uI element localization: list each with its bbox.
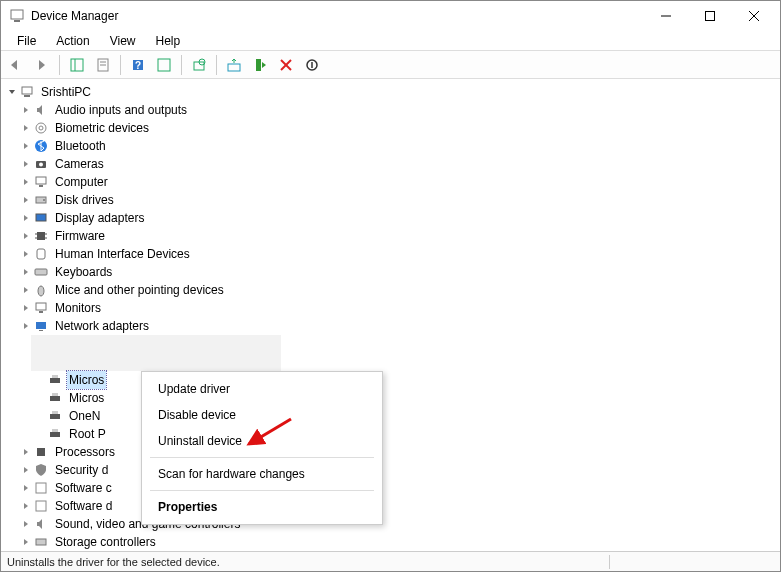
tree-node-label: Human Interface Devices [53,245,192,263]
svg-rect-44 [39,330,43,331]
chevron-right-icon[interactable] [19,103,33,117]
menu-file[interactable]: File [7,32,46,50]
display-adapter-icon [33,210,49,226]
chevron-right-icon[interactable] [19,535,33,549]
show-hide-tree-button[interactable] [66,54,88,76]
toolbar-separator [216,55,217,75]
tree-node[interactable]: Display adapters [5,209,776,227]
tree-node[interactable]: Bluetooth [5,137,776,155]
tree-node[interactable]: Mice and other pointing devices [5,281,776,299]
tree-leaf[interactable]: OneN [5,407,776,425]
chevron-right-icon[interactable] [19,517,33,531]
tree-node[interactable]: Cameras [5,155,776,173]
tree-node[interactable]: Firmware [5,227,776,245]
chevron-right-icon[interactable] [19,283,33,297]
chevron-right-icon[interactable] [19,445,33,459]
chevron-down-icon[interactable] [5,85,19,99]
help-button[interactable]: ? [127,54,149,76]
tree-node-label: Cameras [53,155,106,173]
tree-node[interactable]: Human Interface Devices [5,245,776,263]
tree-leaf[interactable]: Micros [5,389,776,407]
context-separator [150,457,374,458]
chevron-right-icon[interactable] [19,301,33,315]
chevron-right-icon[interactable] [19,463,33,477]
computer-icon [19,84,35,100]
action-button[interactable] [153,54,175,76]
chevron-right-icon[interactable] [19,319,33,333]
titlebar: Device Manager [1,1,780,31]
tree-node[interactable]: Biometric devices [5,119,776,137]
properties-button[interactable] [92,54,114,76]
chevron-right-icon[interactable] [19,139,33,153]
enable-device-button[interactable] [249,54,271,76]
menu-action[interactable]: Action [46,32,99,50]
tree-leaf[interactable]: Root P [5,425,776,443]
tree-node-label: Audio inputs and outputs [53,101,189,119]
tree-node[interactable]: Processors [5,443,776,461]
uninstall-device-button[interactable] [275,54,297,76]
close-button[interactable] [732,2,776,30]
svg-rect-16 [228,64,240,71]
scan-hardware-button[interactable] [188,54,210,76]
tree-node[interactable]: Keyboards [5,263,776,281]
tree-node[interactable]: Disk drives [5,191,776,209]
context-uninstall-device[interactable]: Uninstall device [142,428,382,454]
printer-icon [47,390,63,406]
chevron-right-icon[interactable] [19,481,33,495]
window-controls [644,2,776,30]
menu-help[interactable]: Help [146,32,191,50]
minimize-button[interactable] [644,2,688,30]
chevron-right-icon[interactable] [19,247,33,261]
tree-node[interactable]: Audio inputs and outputs [5,101,776,119]
tree-node-label: Processors [53,443,117,461]
menu-view[interactable]: View [100,32,146,50]
chevron-right-icon[interactable] [19,157,33,171]
context-scan-changes[interactable]: Scan for hardware changes [142,461,382,487]
svg-rect-33 [37,232,45,240]
tree-node[interactable]: Sound, video and game controllers [5,515,776,533]
drive-icon [33,192,49,208]
chevron-right-icon[interactable] [19,175,33,189]
svg-rect-45 [50,378,60,383]
device-tree-pane[interactable]: SrishtiPC Audio inputs and outputs Biome… [1,79,780,551]
back-button[interactable] [5,54,27,76]
tree-leaf[interactable]: Micros [5,371,776,389]
tree-leaf-label: Root P [67,425,108,443]
chevron-right-icon[interactable] [19,211,33,225]
chevron-right-icon[interactable] [19,121,33,135]
tree-root[interactable]: SrishtiPC [5,83,776,101]
tree-node-label: Monitors [53,299,103,317]
context-update-driver[interactable]: Update driver [142,376,382,402]
speaker-icon [33,516,49,532]
chevron-right-icon[interactable] [19,265,33,279]
disable-device-button[interactable] [301,54,323,76]
tree-node[interactable]: Network adapters [5,317,776,335]
chevron-right-icon[interactable] [19,193,33,207]
svg-point-23 [36,123,46,133]
tree-node[interactable]: Software d [5,497,776,515]
svg-point-40 [38,286,44,296]
storage-icon [33,534,49,550]
tree-leaf-label: Micros [67,371,106,389]
context-properties[interactable]: Properties [142,494,382,520]
forward-button[interactable] [31,54,53,76]
maximize-button[interactable] [688,2,732,30]
update-driver-button[interactable] [223,54,245,76]
tree-node[interactable]: Storage controllers [5,533,776,551]
context-menu: Update driver Disable device Uninstall d… [141,371,383,525]
tree-node[interactable]: Monitors [5,299,776,317]
chevron-right-icon[interactable] [19,499,33,513]
printer-icon [47,372,63,388]
chevron-right-icon[interactable] [19,229,33,243]
context-disable-device[interactable]: Disable device [142,402,382,428]
svg-rect-1 [14,20,20,22]
bluetooth-icon [33,138,49,154]
svg-rect-54 [36,483,46,493]
tree-node-label: Bluetooth [53,137,108,155]
svg-rect-39 [35,269,47,275]
tree-node[interactable]: Computer [5,173,776,191]
software-icon [33,498,49,514]
svg-rect-41 [36,303,46,310]
tree-node[interactable]: Software c [5,479,776,497]
tree-node[interactable]: Security d [5,461,776,479]
